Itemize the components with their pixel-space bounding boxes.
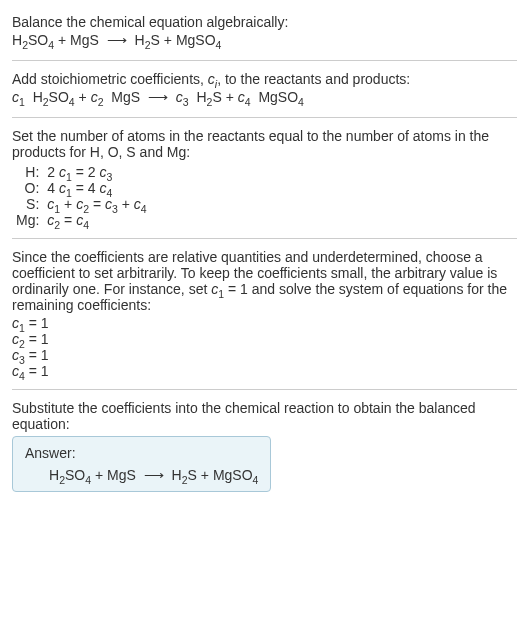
answer-label: Answer: bbox=[25, 445, 258, 461]
step1-section: Add stoichiometric coefficients, ci, to … bbox=[12, 65, 517, 113]
intro-section: Balance the chemical equation algebraica… bbox=[12, 8, 517, 56]
step3-text: Since the coefficients are relative quan… bbox=[12, 249, 517, 313]
cr-p2-s: 4 bbox=[298, 96, 304, 108]
s-rcc: c bbox=[105, 196, 112, 212]
sc3-v: = 1 bbox=[25, 347, 49, 363]
step4-text: Substitute the coefficients into the che… bbox=[12, 400, 517, 432]
solved-c2: c2 = 1 bbox=[12, 331, 517, 347]
step1-text-a: Add stoichiometric coefficients, bbox=[12, 71, 208, 87]
step1-text-b: , to the reactants and products: bbox=[217, 71, 410, 87]
elem-h: H: bbox=[12, 164, 43, 180]
elem-mg: Mg: bbox=[12, 212, 43, 228]
o-rcc: c bbox=[100, 180, 107, 196]
elem-o: O: bbox=[12, 180, 43, 196]
coeff-equation: c1 H2SO4 + c2 MgS ⟶ c3 H2S + c4 MgSO4 bbox=[12, 89, 517, 105]
solved-c1: c1 = 1 bbox=[12, 315, 517, 331]
sc2-c: c bbox=[12, 331, 19, 347]
c3-c: c bbox=[176, 89, 183, 105]
plus-2: + bbox=[160, 32, 176, 48]
sc3-c: c bbox=[12, 347, 19, 363]
eq-mg: c2 = c4 bbox=[43, 212, 150, 228]
c2-c: c bbox=[91, 89, 98, 105]
s-pl: + bbox=[60, 196, 76, 212]
h-eq: = bbox=[72, 164, 88, 180]
atom-row-o: O: 4 c1 = 4 c4 bbox=[12, 180, 151, 196]
ans-r1-h: H bbox=[49, 467, 59, 483]
cr-r1-h: H bbox=[33, 89, 43, 105]
divider-1 bbox=[12, 60, 517, 61]
c2-n: 2 bbox=[98, 96, 104, 108]
ans-p1-h: H bbox=[172, 467, 182, 483]
sc1-v: = 1 bbox=[25, 315, 49, 331]
cr-plus2: + bbox=[222, 89, 238, 105]
reactant2: MgS bbox=[70, 32, 99, 48]
s-r2cn: 4 bbox=[141, 203, 147, 215]
step3-section: Since the coefficients are relative quan… bbox=[12, 243, 517, 385]
ans-p2-b: MgSO bbox=[213, 467, 253, 483]
solved-c4: c4 = 1 bbox=[12, 363, 517, 379]
divider-2 bbox=[12, 117, 517, 118]
s-pl2: + bbox=[118, 196, 134, 212]
atom-balance-table: H: 2 c1 = 2 c3 O: 4 c1 = 4 c4 S: c1 + c2… bbox=[12, 164, 151, 228]
solved-c3: c3 = 1 bbox=[12, 347, 517, 363]
cr-r1-so: SO bbox=[49, 89, 69, 105]
eq-o: 4 c1 = 4 c4 bbox=[43, 180, 150, 196]
atom-row-h: H: 2 c1 = 2 c3 bbox=[12, 164, 151, 180]
s-r2cc: c bbox=[134, 196, 141, 212]
reactant1-so: SO bbox=[28, 32, 48, 48]
balanced-equation: H2SO4 + MgS ⟶ H2S + MgSO4 bbox=[25, 467, 258, 483]
ans-p2-s: 4 bbox=[253, 474, 259, 486]
ans-r1-so: SO bbox=[65, 467, 85, 483]
s-eq: = bbox=[89, 196, 105, 212]
step2-text: Set the number of atoms in the reactants… bbox=[12, 128, 517, 160]
cr-r2: MgS bbox=[111, 89, 140, 105]
sc4-c: c bbox=[12, 363, 19, 379]
step1-text: Add stoichiometric coefficients, ci, to … bbox=[12, 71, 517, 87]
product1-h: H bbox=[135, 32, 145, 48]
c4-n: 4 bbox=[245, 96, 251, 108]
c1-c: c bbox=[12, 89, 19, 105]
cr-p2-b: MgSO bbox=[258, 89, 298, 105]
answer-box: Answer: H2SO4 + MgS ⟶ H2S + MgSO4 bbox=[12, 436, 271, 492]
intro-text: Balance the chemical equation algebraica… bbox=[12, 14, 517, 30]
mg-rcn: 4 bbox=[83, 219, 89, 231]
o-lcc: c bbox=[59, 180, 66, 196]
c4-c: c bbox=[238, 89, 245, 105]
h-rcc: c bbox=[100, 164, 107, 180]
sc2-v: = 1 bbox=[25, 331, 49, 347]
h-lc: 2 bbox=[47, 164, 59, 180]
step2-section: Set the number of atoms in the reactants… bbox=[12, 122, 517, 234]
elem-s: S: bbox=[12, 196, 43, 212]
divider-3 bbox=[12, 238, 517, 239]
h-lcc: c bbox=[59, 164, 66, 180]
plus-1: + bbox=[54, 32, 70, 48]
c3-n: 3 bbox=[183, 96, 189, 108]
ans-plus2: + bbox=[197, 467, 213, 483]
o-rc: 4 bbox=[88, 180, 100, 196]
ci-c: c bbox=[208, 71, 215, 87]
o-eq: = bbox=[72, 180, 88, 196]
ans-arrow: ⟶ bbox=[140, 467, 168, 483]
cr-p1-e: S bbox=[212, 89, 221, 105]
unbalanced-equation: H2SO4 + MgS ⟶ H2S + MgSO4 bbox=[12, 32, 517, 48]
mg-eq: = bbox=[60, 212, 76, 228]
cr-plus1: + bbox=[75, 89, 91, 105]
sc4-v: = 1 bbox=[25, 363, 49, 379]
eq-s: c1 + c2 = c3 + c4 bbox=[43, 196, 150, 212]
step4-section: Substitute the coefficients into the che… bbox=[12, 394, 517, 498]
ans-r2: MgS bbox=[107, 467, 136, 483]
atom-row-s: S: c1 + c2 = c3 + c4 bbox=[12, 196, 151, 212]
reactant1-h: H bbox=[12, 32, 22, 48]
product2-base: MgSO bbox=[176, 32, 216, 48]
cr-p1-h: H bbox=[196, 89, 206, 105]
arrow-1: ⟶ bbox=[103, 32, 131, 48]
cr-arrow: ⟶ bbox=[144, 89, 172, 105]
divider-4 bbox=[12, 389, 517, 390]
solved-coefficients: c1 = 1 c2 = 1 c3 = 1 c4 = 1 bbox=[12, 315, 517, 379]
product1-s: S bbox=[151, 32, 160, 48]
atom-row-mg: Mg: c2 = c4 bbox=[12, 212, 151, 228]
o-lc: 4 bbox=[47, 180, 59, 196]
product2-sub: 4 bbox=[216, 39, 222, 51]
sc1-c: c bbox=[12, 315, 19, 331]
eq-h: 2 c1 = 2 c3 bbox=[43, 164, 150, 180]
